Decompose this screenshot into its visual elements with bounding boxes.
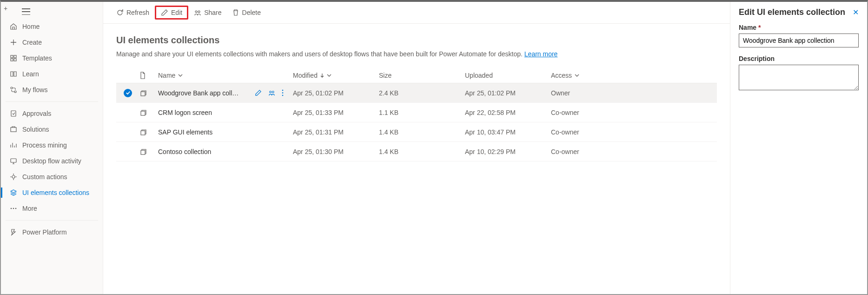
- row-uploaded: Apr 22, 02:58 PM: [465, 109, 551, 116]
- row-access: Co-owner: [551, 109, 607, 116]
- row-access: Owner: [551, 89, 607, 97]
- svg-point-12: [15, 208, 17, 209]
- table-header: Name Modified Size Uploaded Access: [116, 68, 717, 83]
- table-row[interactable]: Woodgrove Bank app coll…Apr 25, 01:02 PM…: [116, 83, 717, 103]
- checkmark-icon[interactable]: [124, 89, 132, 97]
- sidebar-item-label: Desktop flow activity: [22, 157, 81, 165]
- svg-rect-6: [11, 111, 16, 116]
- row-share-icon[interactable]: [268, 89, 275, 96]
- svg-point-19: [282, 92, 284, 94]
- collection-icon: [139, 148, 147, 155]
- row-size: 2.4 KB: [379, 89, 465, 97]
- row-modified: Apr 25, 01:02 PM: [293, 89, 379, 97]
- chevron-down-icon: [178, 74, 183, 77]
- row-edit-icon[interactable]: [255, 89, 262, 96]
- sidebar-item-custom-actions[interactable]: Custom actions: [1, 169, 103, 185]
- row-uploaded: Apr 25, 01:02 PM: [465, 89, 551, 97]
- sidebar-item-create[interactable]: Create: [1, 34, 103, 50]
- svg-rect-23: [141, 150, 145, 154]
- col-name[interactable]: Name: [158, 72, 293, 79]
- delete-label: Delete: [242, 9, 261, 16]
- sidebar-item-label: Home: [22, 23, 40, 30]
- svg-rect-21: [141, 111, 145, 115]
- sidebar-item-label: Solutions: [22, 126, 49, 133]
- row-size: 1.4 KB: [379, 128, 465, 136]
- row-uploaded: Apr 10, 02:29 PM: [465, 148, 551, 155]
- row-name[interactable]: Contoso collection: [158, 148, 211, 155]
- row-modified: Apr 25, 01:30 PM: [293, 148, 379, 155]
- flows-icon: [9, 86, 18, 94]
- name-field-label: Name *: [739, 24, 859, 31]
- sidebar-item-solutions[interactable]: Solutions: [1, 121, 103, 137]
- svg-point-4: [11, 87, 13, 89]
- svg-rect-0: [11, 55, 13, 58]
- sidebar-item-desktop-flow-activity[interactable]: Desktop flow activity: [1, 153, 103, 169]
- activity-icon: [9, 157, 18, 165]
- sidebar-item-more[interactable]: More: [1, 201, 103, 216]
- sidebar-item-process-mining[interactable]: Process mining: [1, 137, 103, 153]
- refresh-label: Refresh: [126, 9, 149, 16]
- row-modified: Apr 25, 01:33 PM: [293, 109, 379, 116]
- chevron-down-icon: [575, 74, 579, 77]
- book-icon: [9, 70, 18, 78]
- refresh-icon: [116, 9, 124, 16]
- page-description-text: Manage and share your UI elements collec…: [116, 50, 523, 58]
- row-name[interactable]: SAP GUI elements: [158, 128, 212, 136]
- edit-button[interactable]: Edit: [155, 6, 188, 20]
- collections-icon: [9, 189, 18, 196]
- sidebar-item-power-platform[interactable]: Power Platform: [1, 224, 103, 240]
- refresh-button[interactable]: Refresh: [112, 7, 154, 18]
- process-mining-icon: [9, 141, 18, 149]
- svg-point-13: [195, 11, 197, 13]
- plus-icon: [9, 39, 18, 46]
- power-platform-icon: [9, 228, 18, 236]
- arrow-down-icon: [320, 73, 324, 78]
- sidebar-item-label: Custom actions: [22, 173, 67, 181]
- share-icon: [194, 9, 201, 16]
- svg-point-9: [12, 175, 15, 178]
- col-size[interactable]: Size: [379, 72, 465, 79]
- svg-point-20: [282, 95, 284, 96]
- panel-title: Edit UI elements collection: [739, 7, 845, 17]
- table-row[interactable]: SAP GUI elementsApr 25, 01:31 PM1.4 KBAp…: [116, 122, 717, 142]
- svg-point-17: [272, 91, 274, 93]
- custom-actions-icon: [9, 173, 18, 181]
- col-uploaded[interactable]: Uploaded: [465, 72, 551, 79]
- sidebar-item-label: More: [22, 205, 37, 212]
- sidebar-item-approvals[interactable]: Approvals: [1, 106, 103, 121]
- svg-rect-15: [141, 92, 145, 96]
- learn-more-link[interactable]: Learn more: [524, 50, 558, 58]
- svg-rect-22: [141, 131, 145, 135]
- more-icon: [9, 208, 18, 209]
- sidebar-item-home[interactable]: Home: [1, 19, 103, 34]
- description-textarea[interactable]: [739, 65, 859, 90]
- row-size: 1.4 KB: [379, 148, 465, 155]
- col-access[interactable]: Access: [551, 72, 607, 79]
- trash-icon: [232, 9, 239, 16]
- delete-button[interactable]: Delete: [227, 7, 265, 18]
- row-name[interactable]: CRM logon screen: [158, 109, 212, 116]
- table-row[interactable]: CRM logon screenApr 25, 01:33 PM1.1 KBAp…: [116, 103, 717, 122]
- share-button[interactable]: Share: [189, 7, 226, 18]
- hamburger-menu[interactable]: [22, 8, 30, 15]
- sidebar-item-label: Create: [22, 39, 42, 46]
- collection-icon: [139, 109, 147, 116]
- name-input[interactable]: [739, 34, 859, 47]
- table-row[interactable]: Contoso collectionApr 25, 01:30 PM1.4 KB…: [116, 142, 717, 161]
- close-icon[interactable]: ✕: [853, 8, 859, 17]
- sidebar-item-myflows[interactable]: My flows: [1, 82, 103, 98]
- row-more-icon[interactable]: [282, 89, 284, 96]
- row-name[interactable]: Woodgrove Bank app coll…: [158, 89, 239, 97]
- col-modified[interactable]: Modified: [293, 72, 379, 79]
- row-access: Co-owner: [551, 128, 607, 136]
- sidebar-item-label: My flows: [22, 86, 47, 94]
- sidebar-item-ui-elements-collections[interactable]: UI elements collections: [1, 185, 103, 201]
- svg-point-16: [270, 91, 272, 93]
- sidebar-item-label: Templates: [22, 54, 52, 62]
- sidebar: Home Create Templates Learn: [1, 2, 103, 294]
- sidebar-item-templates[interactable]: Templates: [1, 50, 103, 66]
- share-label: Share: [204, 9, 221, 16]
- sidebar-item-learn[interactable]: Learn: [1, 66, 103, 82]
- row-access: Co-owner: [551, 148, 607, 155]
- row-size: 1.1 KB: [379, 109, 465, 116]
